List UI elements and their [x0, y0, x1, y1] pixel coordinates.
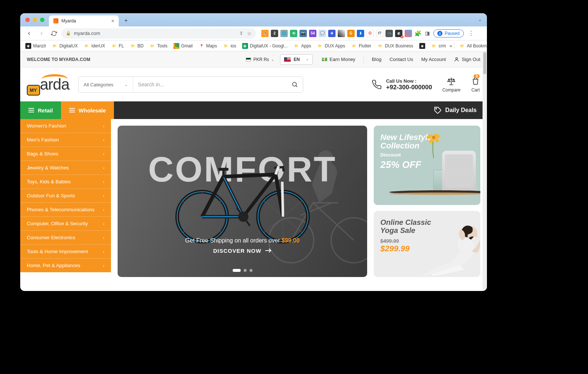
account-link[interactable]: My Account: [421, 57, 446, 62]
chevron-right-icon: ›: [103, 222, 104, 226]
bookmark-folder[interactable]: 📁Apps: [291, 42, 313, 50]
sidebar-item[interactable]: Consumer Electronics›: [20, 231, 111, 245]
extension-icon[interactable]: f?: [376, 30, 383, 37]
wholesale-tab[interactable]: Wholesale: [61, 101, 114, 119]
earn-money-link[interactable]: 💵 Earn Money: [322, 57, 355, 62]
contact-link[interactable]: Contact Us: [390, 57, 413, 62]
browser-menu-button[interactable]: ⋮: [466, 30, 476, 37]
cart-link[interactable]: 0 Cart: [471, 76, 480, 93]
currency-selector[interactable]: PKR Rs ⌄: [246, 57, 274, 62]
bookmark-folder[interactable]: 📁DUX Apps: [315, 42, 347, 50]
bookmark-item[interactable]: ◉Manzil: [23, 42, 48, 50]
extension-icon[interactable]: ⎚0: [395, 30, 402, 37]
bookmark-item[interactable]: 📍Maps: [196, 42, 219, 50]
bookmark-folder[interactable]: 📁DigitalUX: [50, 42, 80, 50]
chevron-right-icon: ›: [103, 263, 104, 268]
compare-link[interactable]: Compare: [442, 76, 460, 93]
blog-link[interactable]: Blog: [372, 57, 381, 62]
extension-icon[interactable]: [338, 30, 345, 37]
sidebar-item[interactable]: Phones & Telecommunications›: [20, 203, 111, 217]
side-panel-icon[interactable]: ◨: [424, 30, 431, 37]
extension-icon[interactable]: 2: [271, 30, 278, 37]
sidebar-item[interactable]: Home, Pet & Appliances›: [20, 259, 111, 272]
back-button[interactable]: [24, 28, 34, 39]
reload-button[interactable]: [49, 28, 59, 39]
hero-cta-button[interactable]: DISCOVER NOW: [213, 248, 272, 254]
chevron-right-icon: ›: [103, 208, 104, 212]
flower-decoration: [424, 132, 444, 162]
language-selector[interactable]: EN ⌄: [280, 54, 313, 65]
scrollbar[interactable]: [483, 51, 487, 291]
profile-paused-button[interactable]: Paused: [433, 29, 464, 37]
sidebar-item[interactable]: Outdoor Fun & Sports›: [20, 189, 111, 203]
maximize-window-button[interactable]: [40, 18, 44, 22]
browser-tab[interactable]: Myarda ×: [49, 15, 119, 26]
sidebar-item[interactable]: Toys, Kids & Babies›: [20, 175, 111, 189]
promo-banner-lifestyle[interactable]: New LifestyleCollection Discount 25% OFF: [374, 126, 480, 205]
sidebar-item[interactable]: Bags & Shoes›: [20, 147, 111, 161]
sidebar-item[interactable]: Jewelry & Watches›: [20, 161, 111, 175]
bookmark-folder[interactable]: 📁ios: [220, 42, 238, 50]
url-text: myarda.com: [74, 30, 100, 36]
search-input[interactable]: Search in...: [133, 77, 287, 92]
slider-dot[interactable]: [250, 269, 252, 272]
bookmark-folder[interactable]: 📁DUX Business: [375, 42, 415, 50]
bookmark-item[interactable]: ▦DigitalUX - Googl...: [240, 42, 290, 50]
extension-icon[interactable]: 54: [309, 30, 316, 37]
extension-icon[interactable]: O: [366, 30, 374, 37]
extension-icon[interactable]: 📹: [386, 30, 393, 37]
daily-deals-link[interactable]: Daily Deals: [423, 101, 487, 119]
bookmarks-overflow-button[interactable]: »: [450, 43, 452, 48]
bookmark-folder[interactable]: 📁BD: [128, 42, 146, 50]
extension-icon[interactable]: ✳: [328, 30, 336, 37]
bookmarks-bar: ◉Manzil 📁DigitalUX 📁IderUX 📁FL 📁BD 📁Tool…: [20, 40, 487, 51]
sign-out-link[interactable]: Sign Out: [454, 57, 480, 62]
yoga-image: [416, 218, 480, 277]
extension-icon[interactable]: [405, 30, 412, 37]
bookmark-item[interactable]: ◉: [417, 42, 427, 50]
url-bar[interactable]: 🔒 myarda.com ⇪ ☆: [61, 28, 256, 39]
all-bookmarks-button[interactable]: 📁All Bookmarks: [457, 42, 487, 50]
extension-icon[interactable]: 📷: [300, 30, 307, 37]
extension-icon[interactable]: 🧺: [261, 30, 269, 37]
extension-icon[interactable]: 💬: [319, 30, 326, 37]
sidebar-item[interactable]: Computer, Office & Security›: [20, 217, 111, 231]
main-nav: Retail Wholesale Daily Deals: [20, 101, 487, 119]
bookmark-folder[interactable]: 📁IderUX: [82, 42, 107, 50]
search-button[interactable]: [287, 77, 303, 92]
tab-strip: Myarda × + ⌄: [20, 13, 487, 26]
extension-icon[interactable]: G: [347, 30, 355, 37]
call-us-block[interactable]: Call Us Now : +92-300-000000: [371, 78, 432, 91]
forward-button[interactable]: [36, 28, 47, 39]
bookmark-star-icon[interactable]: ☆: [247, 30, 252, 36]
sidebar-item[interactable]: Tools & Home Improvement›: [20, 245, 111, 259]
browser-window: Myarda × + ⌄ 🔒 myarda.com ⇪ ☆ 🧺 2 🌐 ⟲ 📷 …: [20, 13, 487, 291]
close-window-button[interactable]: [25, 18, 30, 22]
slider-dot[interactable]: [244, 269, 247, 272]
hero-slider[interactable]: COMFORT: [118, 126, 367, 277]
slider-dots[interactable]: [233, 269, 252, 272]
promo-banner-yoga[interactable]: Online ClassicYoga Sale $499.99 $299.99: [374, 211, 480, 277]
user-icon: [454, 57, 459, 62]
site-logo[interactable]: MY arda: [27, 76, 69, 93]
bookmark-folder[interactable]: 📁crm: [429, 42, 448, 50]
tabs-dropdown-button[interactable]: ⌄: [478, 17, 482, 22]
bookmark-item[interactable]: MGmail: [171, 42, 195, 50]
category-selector[interactable]: All Categories ⌄: [79, 77, 133, 92]
extension-icon[interactable]: ⟲: [290, 30, 297, 37]
new-tab-button[interactable]: +: [121, 15, 131, 26]
minimize-window-button[interactable]: [33, 18, 37, 22]
close-tab-button[interactable]: ×: [111, 18, 114, 24]
slider-dot[interactable]: [233, 269, 241, 272]
table-decoration: [389, 190, 480, 201]
sidebar-item[interactable]: Women's Fashion›: [20, 119, 111, 133]
bookmark-folder[interactable]: 📁Tools: [147, 42, 170, 50]
extension-icon[interactable]: 🌐: [280, 30, 288, 37]
sidebar-item[interactable]: Men's Fashion›: [20, 133, 111, 147]
extension-icon[interactable]: ⬇: [357, 30, 364, 37]
bookmark-folder[interactable]: 📁Flutter: [349, 42, 373, 50]
share-icon[interactable]: ⇪: [239, 30, 243, 36]
extensions-puzzle-icon[interactable]: 🧩: [414, 30, 422, 37]
retail-tab[interactable]: Retail: [20, 101, 61, 119]
bookmark-folder[interactable]: 📁FL: [109, 42, 126, 50]
